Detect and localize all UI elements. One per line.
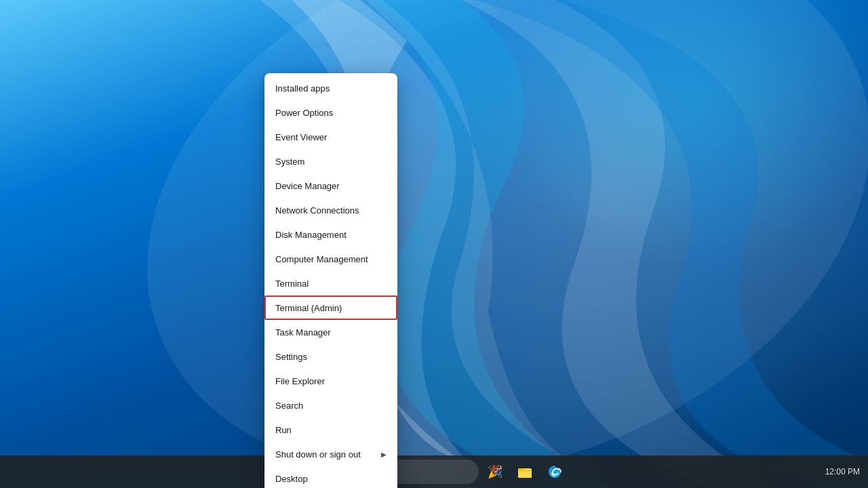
menu-item-desktop[interactable]: Desktop — [264, 466, 397, 488]
menu-item-label-installed-apps: Installed apps — [275, 83, 330, 94]
wallpaper — [0, 0, 868, 488]
menu-item-label-disk-management: Disk Management — [275, 230, 347, 240]
menu-item-label-search: Search — [275, 401, 303, 411]
desktop: Installed appsPower OptionsEvent ViewerS… — [0, 0, 868, 488]
menu-item-network-connections[interactable]: Network Connections — [264, 198, 397, 222]
menu-item-label-run: Run — [275, 425, 292, 435]
menu-item-system[interactable]: System — [264, 149, 397, 174]
menu-item-disk-management[interactable]: Disk Management — [264, 222, 397, 247]
menu-item-file-explorer[interactable]: File Explorer — [264, 369, 397, 393]
svg-rect-6 — [518, 470, 532, 471]
menu-item-label-event-viewer: Event Viewer — [275, 132, 327, 142]
menu-item-installed-apps[interactable]: Installed apps — [264, 76, 397, 100]
menu-item-run[interactable]: Run — [264, 418, 397, 442]
menu-item-label-terminal: Terminal — [275, 279, 309, 289]
submenu-arrow-icon: ▶ — [381, 451, 387, 458]
menu-item-computer-management[interactable]: Computer Management — [264, 247, 397, 271]
menu-item-label-computer-management: Computer Management — [275, 254, 368, 264]
menu-item-label-terminal-admin: Terminal (Admin) — [275, 303, 342, 313]
menu-item-label-file-explorer: File Explorer — [275, 376, 325, 386]
menu-item-terminal[interactable]: Terminal — [264, 271, 397, 296]
context-menu: Installed appsPower OptionsEvent ViewerS… — [264, 73, 397, 488]
menu-item-power-options[interactable]: Power Options — [264, 100, 397, 125]
menu-item-label-power-options: Power Options — [275, 108, 333, 118]
file-explorer-button[interactable] — [511, 458, 538, 485]
taskbar: Search 🎉 — [0, 455, 868, 488]
file-explorer-icon — [517, 464, 532, 479]
emoji-button[interactable]: 🎉 — [481, 458, 509, 485]
menu-item-task-manager[interactable]: Task Manager — [264, 320, 397, 344]
emoji-icon: 🎉 — [488, 464, 502, 479]
time-display: 12:00 PM — [825, 467, 860, 476]
menu-item-terminal-admin[interactable]: Terminal (Admin) — [264, 296, 397, 320]
menu-item-event-viewer[interactable]: Event Viewer — [264, 125, 397, 149]
menu-item-label-desktop: Desktop — [275, 474, 308, 484]
menu-item-label-shut-down: Shut down or sign out — [275, 449, 361, 460]
system-tray: 12:00 PM — [825, 467, 860, 476]
menu-item-search[interactable]: Search — [264, 393, 397, 418]
edge-button[interactable] — [541, 458, 568, 485]
menu-item-shut-down[interactable]: Shut down or sign out▶ — [264, 442, 397, 466]
edge-icon — [547, 464, 562, 479]
menu-item-label-network-connections: Network Connections — [275, 205, 359, 216]
menu-item-device-manager[interactable]: Device Manager — [264, 174, 397, 198]
menu-item-label-settings: Settings — [275, 352, 307, 362]
menu-item-label-device-manager: Device Manager — [275, 181, 340, 191]
menu-item-settings[interactable]: Settings — [264, 344, 397, 369]
menu-item-label-system: System — [275, 157, 304, 167]
menu-item-label-task-manager: Task Manager — [275, 327, 331, 338]
